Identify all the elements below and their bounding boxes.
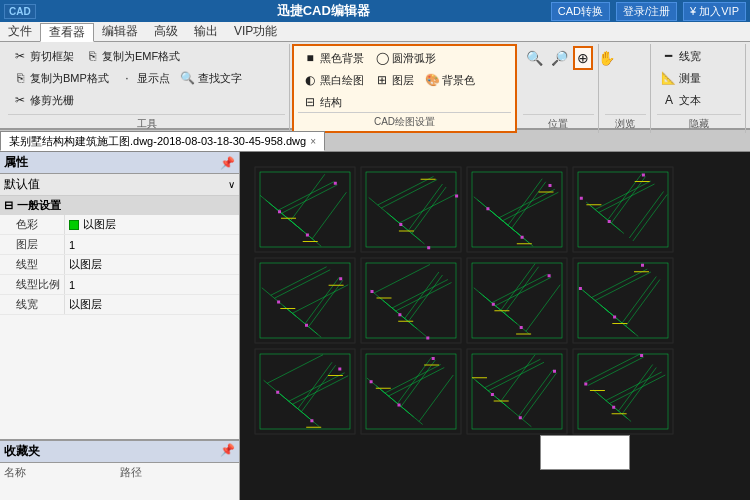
fav-col-path: 路径 xyxy=(120,465,236,480)
prop-section-general: ⊟ 一般设置 xyxy=(0,196,239,215)
drawing-tab-filename: 某别墅结构构建筑施工图.dwg-2018-08-03-18-30-45-958.… xyxy=(9,134,306,149)
drawing-canvas[interactable] xyxy=(240,152,750,500)
hidden-buttons: ━ 线宽 📐 测量 A 文本 xyxy=(657,46,741,114)
favorites-panel: 收藏夹 📌 名称 路径 xyxy=(0,440,239,500)
position-label: 位置 xyxy=(523,114,594,131)
prop-row-color: 色彩 以图层 xyxy=(0,215,239,235)
btn-trim-raster[interactable]: ✂ 修剪光栅 xyxy=(8,90,78,110)
favorites-header: 收藏夹 📌 xyxy=(0,441,239,463)
menu-output[interactable]: 输出 xyxy=(186,22,226,41)
ribbon-group-position: 🔍 🔎 ⊕ ✋ 位置 xyxy=(519,44,599,133)
white-rect xyxy=(540,435,630,470)
btn-structure[interactable]: ⊟ 结构 xyxy=(298,92,346,112)
ribbon-content: ✂ 剪切框架 ⎘ 复制为EMF格式 ⎘ 复制为BMP格式 · 显示点 🔍 xyxy=(0,42,750,135)
menu-bar: 文件 查看器 编辑器 高级 输出 VIP功能 xyxy=(0,22,750,42)
favorites-title: 收藏夹 xyxy=(4,443,40,460)
ribbon-group-browse: 浏览 xyxy=(601,44,651,133)
btn-copy-emf[interactable]: ⎘ 复制为EMF格式 xyxy=(80,46,184,66)
cad-settings-label: CAD绘图设置 xyxy=(298,112,511,129)
prop-label-color: 色彩 xyxy=(0,215,65,234)
menu-advanced[interactable]: 高级 xyxy=(146,22,186,41)
prop-value-linetype: 以图层 xyxy=(65,255,239,274)
menu-vip[interactable]: VIP功能 xyxy=(226,22,285,41)
btn-zoom-out[interactable]: 🔎 xyxy=(548,47,571,69)
prop-row-layer: 图层 1 xyxy=(0,235,239,255)
btn-fit-window[interactable]: ⊕ xyxy=(573,46,593,70)
show-points-icon: · xyxy=(119,70,135,86)
zoom-in-icon: 🔍 xyxy=(526,50,543,66)
text-icon: A xyxy=(661,92,677,108)
cad-canvas xyxy=(240,152,750,500)
btn-find-text[interactable]: 🔍 查找文字 xyxy=(176,68,246,88)
properties-pin[interactable]: 📌 xyxy=(220,156,235,170)
browse-label: 浏览 xyxy=(605,114,646,131)
prop-label-linewidth: 线宽 xyxy=(0,295,65,314)
properties-title: 属性 xyxy=(4,154,28,171)
find-text-icon: 🔍 xyxy=(180,70,196,86)
prop-label-linetype: 线型 xyxy=(0,255,65,274)
hidden-label: 隐藏 xyxy=(657,114,741,131)
btn-bg-color[interactable]: 🎨 背景色 xyxy=(420,70,479,90)
btn-bw-drawing[interactable]: ◐ 黑白绘图 xyxy=(298,70,368,90)
prop-row-linescale: 线型比例 1 xyxy=(0,275,239,295)
menu-file[interactable]: 文件 xyxy=(0,22,40,41)
drawing-tab-main[interactable]: 某别墅结构构建筑施工图.dwg-2018-08-03-18-30-45-958.… xyxy=(0,131,325,151)
toolbar-area: ✂ 剪切框架 ⎘ 复制为EMF格式 ⎘ 复制为BMP格式 · 显示点 🔍 xyxy=(0,42,750,130)
favorites-pin[interactable]: 📌 xyxy=(220,443,235,460)
color-indicator xyxy=(69,220,79,230)
default-value-label: 默认值 xyxy=(4,176,40,193)
measure-icon: 📐 xyxy=(661,70,677,86)
btn-layer[interactable]: ⊞ 图层 xyxy=(370,70,418,90)
main-area: 属性 📌 默认值 ∨ ⊟ 一般设置 色彩 以图层 xyxy=(0,152,750,500)
prop-section-expand[interactable]: ⊟ xyxy=(4,199,13,212)
btn-zoom-in[interactable]: 🔍 xyxy=(523,47,546,69)
fav-col-name: 名称 xyxy=(4,465,120,480)
prop-label-layer: 图层 xyxy=(0,235,65,254)
login-btn[interactable]: 登录/注册 xyxy=(616,2,677,21)
properties-body: ⊟ 一般设置 色彩 以图层 图层 1 xyxy=(0,196,239,315)
cut-frame-icon: ✂ xyxy=(12,48,28,64)
prop-row-linewidth: 线宽 以图层 xyxy=(0,295,239,315)
menu-editor[interactable]: 编辑器 xyxy=(94,22,146,41)
btn-black-bg[interactable]: ■ 黑色背景 xyxy=(298,48,368,68)
bw-icon: ◐ xyxy=(302,72,318,88)
tools-label: 工具 xyxy=(8,114,285,131)
prop-label-linescale: 线型比例 xyxy=(0,275,65,294)
drawing-tab-close[interactable]: × xyxy=(310,136,316,147)
linewidth-icon: ━ xyxy=(661,48,677,64)
btn-text[interactable]: A 文本 xyxy=(657,90,705,110)
btn-linewidth[interactable]: ━ 线宽 xyxy=(657,46,705,66)
prop-value-color: 以图层 xyxy=(65,215,239,234)
app-header: CAD 迅捷CAD编辑器 CAD转换 登录/注册 ¥ 加入VIP xyxy=(0,0,750,22)
black-bg-icon: ■ xyxy=(302,50,318,66)
tools-buttons: ✂ 剪切框架 ⎘ 复制为EMF格式 ⎘ 复制为BMP格式 · 显示点 🔍 xyxy=(8,46,285,114)
cad-convert-btn[interactable]: CAD转换 xyxy=(551,2,610,21)
prop-value-linewidth: 以图层 xyxy=(65,295,239,314)
default-value-dropdown[interactable]: ∨ xyxy=(228,179,235,190)
btn-cut-frame[interactable]: ✂ 剪切框架 xyxy=(8,46,78,66)
cad-logo: CAD xyxy=(4,4,36,19)
btn-measure[interactable]: 📐 测量 xyxy=(657,68,705,88)
btn-smooth-arc[interactable]: ◯ 圆滑弧形 xyxy=(370,48,440,68)
menu-viewer[interactable]: 查看器 xyxy=(40,23,94,42)
copy-emf-icon: ⎘ xyxy=(84,48,100,64)
trim-raster-icon: ✂ xyxy=(12,92,28,108)
vip-btn[interactable]: ¥ 加入VIP xyxy=(683,2,746,21)
browse-buttons xyxy=(605,46,646,114)
app-title: 迅捷CAD编辑器 xyxy=(104,2,543,20)
btn-copy-bmp[interactable]: ⎘ 复制为BMP格式 xyxy=(8,68,113,88)
properties-header: 属性 📌 xyxy=(0,152,239,174)
prop-value-linescale: 1 xyxy=(65,275,239,294)
layer-icon: ⊞ xyxy=(374,72,390,88)
copy-bmp-icon: ⎘ xyxy=(12,70,28,86)
zoom-out-icon: 🔎 xyxy=(551,50,568,66)
favorites-columns: 名称 路径 xyxy=(0,463,239,482)
btn-show-points[interactable]: · 显示点 xyxy=(115,68,174,88)
fit-window-icon: ⊕ xyxy=(577,50,589,66)
ribbon-group-tools: ✂ 剪切框架 ⎘ 复制为EMF格式 ⎘ 复制为BMP格式 · 显示点 🔍 xyxy=(4,44,290,133)
cad-settings-buttons: ■ 黑色背景 ◯ 圆滑弧形 ◐ 黑白绘图 ⊞ 图层 🎨 背景色 xyxy=(298,48,511,112)
smooth-arc-icon: ◯ xyxy=(374,50,390,66)
structure-icon: ⊟ xyxy=(302,94,318,110)
prop-row-linetype: 线型 以图层 xyxy=(0,255,239,275)
default-value-row: 默认值 ∨ xyxy=(0,174,239,196)
